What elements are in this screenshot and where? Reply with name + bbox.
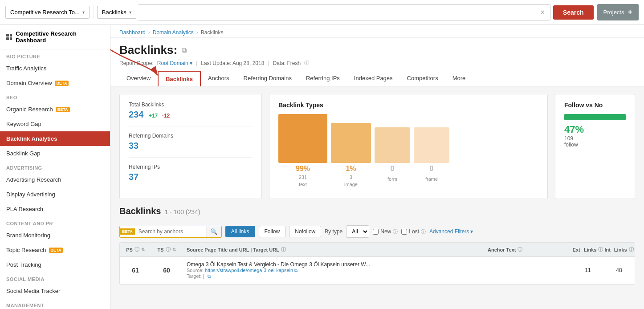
external-link-icon[interactable]: ⧉: [294, 268, 298, 273]
search-box: ×: [139, 4, 550, 20]
filter-follow[interactable]: Follow: [259, 226, 286, 237]
search-button[interactable]: Search: [553, 5, 594, 20]
external-link-icon[interactable]: ⧉: [208, 274, 211, 279]
type-bar-text: 99% 231 text: [278, 114, 327, 187]
report-scope-value[interactable]: Root Domain ▾: [157, 60, 192, 66]
type-pct-frame: 0: [430, 165, 434, 173]
sidebar-item-pla-research[interactable]: PLA Research: [0, 202, 110, 216]
search-anchors-input[interactable]: [135, 226, 206, 237]
follow-label: follow: [564, 142, 626, 148]
tool-dropdown[interactable]: Competitive Research To... ▾: [5, 6, 90, 19]
projects-button[interactable]: Projects +: [597, 4, 639, 20]
tab-competitors[interactable]: Competitors: [400, 71, 445, 86]
tab-overview[interactable]: Overview: [119, 71, 158, 86]
search-type-label: Backlinks: [102, 9, 126, 16]
sidebar-item-label: Post Tracking: [6, 261, 41, 268]
sidebar-item-label: Organic Research: [6, 106, 53, 113]
table-row: 61 60 Omega 3 Öl Kapseln Test & Vergleic…: [120, 257, 635, 284]
info-icon[interactable]: ⓘ: [166, 246, 171, 253]
sidebar-item-backlink-gap[interactable]: Backlink Gap: [0, 146, 110, 161]
new-checkbox[interactable]: [373, 229, 379, 235]
ps-value: 61: [132, 267, 139, 274]
sidebar-item-display-advertising[interactable]: Display Advertising: [0, 187, 110, 202]
row-source: Source: https://strawpoll.de/omega-3-oel…: [187, 268, 298, 273]
info-icon[interactable]: ⓘ: [135, 246, 139, 253]
referring-ips-value: 37: [129, 172, 253, 182]
th-ext-links: Ext Links ⓘ: [572, 243, 603, 256]
type-name-form: form: [387, 176, 397, 182]
referring-ips-label: Referring IPs: [129, 164, 253, 170]
info-icon[interactable]: ⓘ: [518, 246, 522, 253]
filter-all-links[interactable]: All links: [225, 226, 255, 237]
sidebar-item-topic-research[interactable]: Topic Research BETA: [0, 243, 110, 257]
source-link[interactable]: https://strawpoll.de/omega-3-oel-kapseln: [205, 268, 293, 273]
breadcrumb-sep: ›: [148, 29, 150, 36]
chevron-down-icon: ▾: [82, 10, 85, 15]
sidebar-item-social-media-tracker[interactable]: Social Media Tracker: [0, 284, 110, 298]
type-name-frame: frame: [425, 176, 438, 182]
table-header: PS ⓘ ⇅ TS ⓘ ⇅ Source Page Title and URL …: [120, 243, 635, 257]
sidebar-item-traffic-analytics[interactable]: Traffic Analytics: [0, 61, 110, 76]
tab-anchors[interactable]: Anchors: [201, 71, 236, 86]
info-icon[interactable]: ⓘ: [598, 246, 603, 253]
advanced-filters[interactable]: Advanced Filters ▾: [429, 228, 473, 235]
th-ts: TS ⓘ ⇅: [151, 243, 182, 256]
sidebar-item-advertising-research[interactable]: Advertising Research: [0, 172, 110, 187]
referring-domains-value: 33: [129, 141, 253, 151]
types-bars: 99% 231 text 1% 3 image: [278, 114, 538, 187]
search-anchors-button[interactable]: 🔍: [206, 226, 221, 237]
external-link-icon[interactable]: ⧉: [182, 46, 187, 54]
search-anchors-wrap: BETA 🔍: [119, 226, 222, 238]
tab-indexed-pages[interactable]: Indexed Pages: [347, 71, 400, 86]
sidebar-item-keyword-gap[interactable]: Keyword Gap: [0, 117, 110, 131]
type-name-text: text: [299, 182, 307, 187]
search-type-dropdown[interactable]: Backlinks ▾: [97, 6, 136, 19]
sidebar-item-label: Backlink Gap: [6, 150, 41, 157]
info-icon[interactable]: ⓘ: [393, 228, 398, 235]
th-source-url: Source Page Title and URL | Target URL ⓘ: [182, 243, 483, 256]
type-bar-block: [414, 127, 449, 163]
by-type-label: By type: [325, 228, 342, 235]
sidebar-item-domain-overview[interactable]: Domain Overview BETA: [0, 76, 110, 90]
beta-badge: BETA: [56, 107, 70, 112]
info-icon[interactable]: ⓘ: [281, 246, 286, 253]
total-backlinks-delta-neg: -12: [162, 113, 170, 119]
tab-backlinks[interactable]: Backlinks: [158, 71, 201, 86]
tab-referring-ips[interactable]: Referring IPs: [299, 71, 347, 86]
new-checkbox-wrap[interactable]: New ⓘ: [373, 228, 398, 235]
search-input[interactable]: [142, 9, 539, 16]
th-int-links-label2: Links: [614, 247, 627, 252]
type-pct-form: 0: [391, 165, 395, 173]
int-links-value: 48: [616, 267, 622, 273]
pipe: |: [268, 60, 269, 66]
sort-icon[interactable]: ⇅: [141, 247, 145, 252]
sidebar-item-label: Brand Monitoring: [6, 232, 50, 239]
th-ts-label: TS: [157, 247, 163, 252]
info-icon[interactable]: ⓘ: [421, 228, 426, 235]
tab-referring-domains[interactable]: Referring Domains: [236, 71, 299, 86]
clear-icon[interactable]: ×: [538, 8, 546, 16]
advanced-filters-label: Advanced Filters: [429, 228, 469, 235]
sidebar-section-social: SOCIAL MEDIA: [0, 272, 110, 284]
sort-icon[interactable]: ⇅: [172, 247, 176, 252]
sidebar-section-management: MANAGEMENT: [0, 298, 110, 309]
tab-more[interactable]: More: [445, 71, 473, 86]
sidebar-item-brand-monitoring[interactable]: Brand Monitoring: [0, 228, 110, 243]
sidebar-item-backlink-analytics[interactable]: Backlink Analytics: [0, 131, 110, 146]
referring-ips-number: 37: [129, 172, 139, 182]
lost-checkbox[interactable]: [401, 229, 407, 235]
sidebar-tool-header[interactable]: Competitive Research Dashboard: [0, 25, 110, 49]
breadcrumb-dashboard[interactable]: Dashboard: [119, 29, 146, 36]
tabs: Overview Backlinks Anchors Referring: [119, 71, 635, 86]
sidebar-item-post-tracking[interactable]: Post Tracking: [0, 257, 110, 272]
td-source-url: Omega 3 Öl Kapseln Test & Vergleich - Di…: [182, 257, 483, 284]
type-bar-block: [375, 127, 410, 163]
filter-nofollow[interactable]: Nofollow: [289, 226, 321, 237]
breadcrumb-domain-analytics[interactable]: Domain Analytics: [153, 29, 194, 36]
type-select[interactable]: All: [346, 225, 369, 238]
pipe: |: [196, 60, 197, 66]
lost-checkbox-wrap[interactable]: Lost ⓘ: [401, 228, 426, 235]
sidebar-item-organic-research[interactable]: Organic Research BETA: [0, 102, 110, 117]
info-icon[interactable]: ⓘ: [629, 246, 634, 253]
info-icon[interactable]: ⓘ: [304, 60, 309, 66]
